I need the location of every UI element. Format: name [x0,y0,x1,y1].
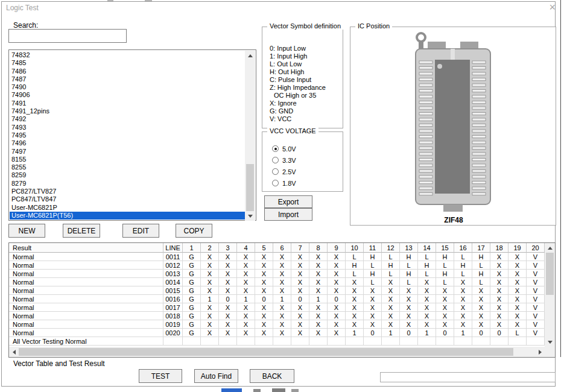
scroll-left-icon [13,350,16,355]
back-button[interactable]: BACK [250,369,294,383]
table-row[interactable]: Normal0016G10101010XXXXXXXXXXV [9,295,555,303]
list-item[interactable]: 74832 [10,51,245,59]
header-cell[interactable]: LINE [163,243,183,253]
list-item[interactable]: 8259 [10,171,245,179]
header-cell[interactable]: 20 [527,243,545,253]
header-cell[interactable]: 2 [201,243,219,253]
header-cell[interactable]: Result [9,243,163,253]
list-item[interactable]: 7493 [10,124,245,131]
table-row[interactable]: Normal0011GXXXXXXXXLHLHLHLHXXV [9,253,555,261]
table-hscrollbar-thumb[interactable] [19,348,513,356]
header-cell[interactable]: 7 [291,243,309,253]
search-input[interactable] [8,29,127,43]
export-button[interactable]: Export [264,195,312,208]
cell: X [219,320,237,329]
radio-option[interactable]: 2.5V [272,166,296,177]
auto-find-button[interactable]: Auto Find [194,369,238,383]
list-item[interactable]: 7491 [10,100,245,107]
list-item[interactable]: User-MC6821P [10,204,245,212]
cell: X [382,278,400,286]
list-scrollbar[interactable] [245,51,255,221]
close-icon[interactable]: × [549,1,556,14]
header-cell[interactable]: 6 [273,243,291,253]
cell: X [490,295,509,303]
list-item[interactable]: 7496 [10,139,245,147]
list-item[interactable]: 8279 [10,180,245,188]
table-hscrollbar[interactable] [9,347,545,357]
cell: X [255,286,273,295]
radio-option[interactable]: 5.0V [272,143,296,154]
list-item[interactable]: PC827/LTV827 [10,188,245,195]
scroll-down-button[interactable] [245,211,255,221]
list-item[interactable]: 8155 [10,156,245,163]
edit-button[interactable]: EDIT [122,224,159,238]
table-row[interactable]: Normal0012GXXXXXXXXHLHLHLHLXXV [9,261,555,270]
header-cell[interactable]: 10 [346,243,364,253]
list-item[interactable]: 74906 [10,91,245,99]
cell: 0 [291,295,309,303]
header-cell[interactable]: 1 [183,243,201,253]
cell: V [527,329,545,337]
radio-option[interactable]: 1.8V [272,177,296,189]
cell: X [273,253,291,261]
taskbar-fragment [253,389,261,392]
cell: X [255,278,273,286]
table-scroll-left-button[interactable] [9,347,19,357]
delete-button[interactable]: DELETE [63,224,100,238]
scroll-up-button[interactable] [245,51,255,60]
cell: G [183,278,201,286]
test-button[interactable]: TEST [139,369,182,383]
cell: X [490,312,509,320]
table-scroll-up-button[interactable] [545,243,555,253]
copy-button[interactable]: COPY [176,224,212,238]
header-cell[interactable]: 9 [328,243,346,253]
header-cell[interactable]: 11 [364,243,382,253]
table-vscrollbar-thumb[interactable] [546,253,554,295]
list-scrollbar-thumb[interactable] [246,164,254,211]
radio-option[interactable]: 3.3V [272,154,296,166]
list-item[interactable]: 7491_12pins [10,107,245,115]
table-scroll-right-button[interactable] [535,347,545,357]
table-scroll-down-button[interactable] [545,337,555,347]
cell: L [454,253,472,261]
list-item[interactable]: 7487 [10,75,245,83]
cell [328,337,346,346]
cell: 0 [364,329,382,337]
header-cell[interactable]: 5 [255,243,273,253]
list-item[interactable]: PC847/LTV847 [10,195,245,203]
header-cell[interactable]: 15 [436,243,454,253]
cell: 0012 [163,261,183,270]
list-item[interactable]: 7497 [10,148,245,156]
cell [309,337,328,346]
header-cell[interactable]: 13 [400,243,418,253]
table-row[interactable]: Normal0018GXXXXXXXXXXXXXXXXXXV [9,312,555,320]
header-cell[interactable]: 4 [237,243,255,253]
table-row[interactable]: Normal0020GXXXXXXXX101010100LV [9,329,555,337]
table-row[interactable]: Normal0019GXXXXXXXXXXXXXXXXXXV [9,320,555,329]
list-item[interactable]: 7492 [10,115,245,123]
header-cell[interactable]: 8 [309,243,328,253]
header-cell[interactable]: 14 [418,243,436,253]
list-item[interactable]: 8255 [10,163,245,171]
table-row[interactable]: Normal0014GXXXXXXXXXLXLXLXLXXV [9,278,555,286]
table-row[interactable]: Normal0013GXXXXXXXXLHLHLHLHXXV [9,270,555,278]
list-item[interactable]: User-MC6821P(T56) [10,212,245,220]
list-item[interactable]: 7490 [10,83,245,91]
table-row[interactable]: Normal0017GXXXXXXXXXXXXXXXXXXV [9,303,555,312]
list-item[interactable]: 7485 [10,59,245,67]
table-vscrollbar[interactable] [545,243,555,347]
header-cell[interactable]: 18 [490,243,509,253]
cell: X [273,312,291,320]
import-button[interactable]: Import [264,208,312,221]
cell: X [509,261,527,270]
header-cell[interactable]: 16 [454,243,472,253]
header-cell[interactable]: 12 [382,243,400,253]
list-item[interactable]: 7486 [10,68,245,75]
header-cell[interactable]: 17 [472,243,490,253]
new-button[interactable]: NEW [8,224,45,238]
cell: H [472,270,490,278]
header-cell[interactable]: 3 [219,243,237,253]
header-cell[interactable]: 19 [509,243,527,253]
list-item[interactable]: 7495 [10,131,245,139]
table-row[interactable]: Normal0015GXXXXXXXXXXXXXXXXXXV [9,286,555,295]
